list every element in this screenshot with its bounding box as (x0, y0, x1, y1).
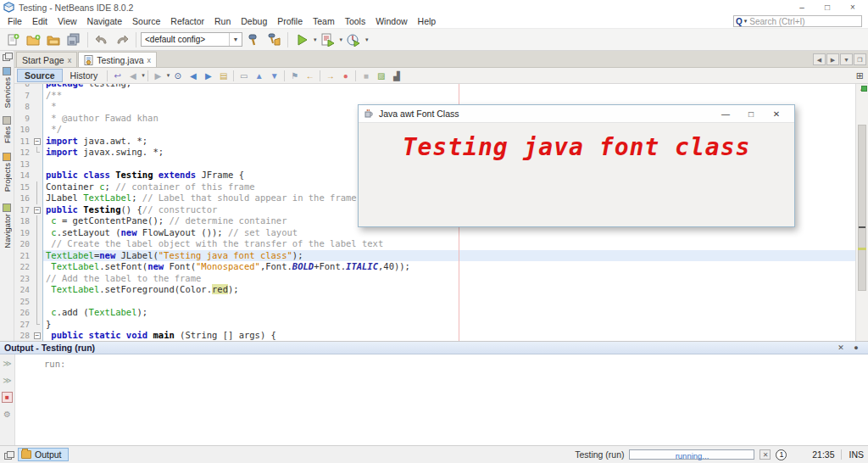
stop-macro-recording-icon[interactable]: ■ (359, 70, 373, 82)
tab-testing-java[interactable]: Testing.java x (78, 52, 157, 67)
scroll-tabs-left-icon[interactable]: ◀ (813, 53, 826, 65)
close-output-icon[interactable]: ✕ (833, 343, 849, 352)
toggle-highlight-search-icon[interactable]: ▤ (216, 70, 231, 82)
shift-line-left-icon[interactable]: ← (303, 70, 317, 82)
highlight-stripe-mark[interactable] (858, 248, 866, 250)
back-icon[interactable]: ◀ (125, 70, 140, 82)
code-line-22[interactable]: 22 TextLabel.setFont(new Font("Monospace… (14, 261, 855, 273)
tab-list-dropdown-icon[interactable]: ▼ (840, 53, 853, 65)
java-maximize-button[interactable]: □ (738, 109, 764, 119)
sidebar-tab-navigator[interactable]: Navigator (3, 204, 12, 248)
menu-run[interactable]: Run (209, 15, 236, 27)
close-button[interactable]: × (841, 3, 865, 12)
menu-profile[interactable]: Profile (272, 15, 308, 27)
scroll-tabs-right-icon[interactable]: ▶ (826, 53, 839, 65)
output-minimized-button[interactable]: Output (18, 448, 69, 461)
java-close-button[interactable]: ✕ (764, 109, 789, 119)
start-macro-recording-icon[interactable]: ● (338, 70, 353, 82)
sidebar-tab-projects[interactable]: Projects (3, 153, 12, 192)
menu-debug[interactable]: Debug (236, 15, 272, 27)
editor-scrollbar[interactable]: ▲ (855, 84, 868, 341)
history-view-button[interactable]: History (64, 70, 105, 81)
clean-build-icon[interactable] (264, 31, 283, 49)
stop-run-icon[interactable]: ■ (2, 392, 13, 403)
profile-dropdown-icon[interactable]: ▾ (365, 36, 369, 43)
java-minimize-button[interactable]: — (713, 109, 738, 119)
new-file-icon[interactable] (3, 31, 22, 49)
code-line-26[interactable]: 26 c.add (TextLabel); (14, 307, 855, 319)
undo-icon[interactable] (92, 31, 111, 49)
rectangular-selection-icon[interactable]: ▭ (236, 70, 251, 82)
toggle-bookmark-icon[interactable]: ⚑ (287, 70, 302, 82)
chevron-down-icon[interactable]: ▼ (229, 33, 242, 46)
progress-bar[interactable]: running... (629, 449, 754, 460)
shift-line-right-icon[interactable]: → (323, 70, 337, 82)
open-project-icon[interactable] (44, 31, 63, 49)
menu-navigate[interactable]: Navigate (82, 15, 127, 27)
rerun-with-different-params-icon[interactable]: ≫ (2, 375, 13, 386)
profile-project-icon[interactable] (344, 31, 363, 49)
split-window-icon[interactable]: ⊞ (856, 70, 864, 81)
code-line-23[interactable]: 23// Add the label to the frame (14, 273, 855, 285)
debug-project-icon[interactable] (319, 31, 337, 49)
java-app-window[interactable]: Java awt Font Class — □ ✕ Testing java f… (358, 104, 795, 227)
scrollbar-thumb[interactable] (858, 125, 866, 291)
fold-margin[interactable]: − (32, 204, 43, 216)
close-tab-icon[interactable]: x (147, 56, 152, 64)
menu-file[interactable]: File (3, 15, 27, 27)
previous-bookmark-icon[interactable]: ▲ (252, 70, 266, 82)
code-line-20[interactable]: 20 // Create the label object with the t… (14, 238, 855, 250)
run-dropdown-icon[interactable]: ▾ (314, 36, 317, 43)
redo-icon[interactable] (113, 31, 131, 49)
comment-icon[interactable]: ▨ (374, 70, 388, 82)
tab-start-page[interactable]: Start Page x (16, 52, 77, 67)
back-icon-dropdown[interactable]: ▾ (142, 72, 145, 79)
menu-view[interactable]: View (53, 15, 82, 27)
menu-source[interactable]: Source (127, 15, 165, 27)
sidebar-tab-files[interactable]: Files (3, 116, 12, 143)
maximize-editor-icon[interactable]: ❐ (854, 53, 866, 65)
rerun-icon[interactable]: ≫ (2, 358, 13, 369)
maximize-button[interactable]: □ (815, 3, 839, 12)
code-line-28[interactable]: 28− public static void main (String [] a… (14, 330, 855, 341)
close-tab-icon[interactable]: x (68, 56, 72, 64)
code-line-24[interactable]: 24 TextLabel.setForeground(Color.red); (14, 284, 855, 296)
cancel-progress-icon[interactable]: ✕ (760, 449, 771, 460)
search-input[interactable]: Q ▾ Search (Ctrl+I) (733, 15, 862, 27)
fold-margin[interactable]: − (32, 136, 43, 148)
menu-refactor[interactable]: Refactor (165, 15, 209, 27)
code-line-27[interactable]: 27} (14, 319, 855, 331)
window-group-icon[interactable] (4, 451, 13, 459)
fold-collapse-icon[interactable]: − (34, 332, 41, 339)
forward-icon[interactable]: ▶ (151, 70, 165, 82)
debug-dropdown-icon[interactable]: ▾ (340, 36, 343, 43)
menu-tools[interactable]: Tools (340, 15, 371, 27)
find-previous-occurrence-icon[interactable]: ◀ (186, 70, 200, 82)
menu-team[interactable]: Team (308, 15, 340, 27)
java-window-titlebar[interactable]: Java awt Font Class — □ ✕ (359, 105, 794, 123)
menu-window[interactable]: Window (370, 15, 412, 27)
output-header[interactable]: Output - Testing (run) ✕ ● (0, 342, 868, 354)
sidebar-tab-services[interactable]: Services (3, 67, 12, 108)
fold-margin[interactable]: − (32, 330, 43, 341)
find-selection-icon[interactable]: ⊙ (170, 70, 185, 82)
minimize-button[interactable]: – (790, 3, 814, 12)
code-line-25[interactable]: 25 (14, 296, 855, 308)
search-dropdown-icon[interactable]: ▾ (744, 18, 748, 25)
fold-collapse-icon[interactable]: − (34, 207, 41, 214)
menu-edit[interactable]: Edit (27, 15, 53, 27)
last-edit-position-icon[interactable]: ↩ (110, 70, 125, 82)
code-line-7[interactable]: 7/** (14, 90, 855, 102)
uncomment-icon[interactable]: ▟ (389, 70, 403, 82)
config-select[interactable]: <default config> ▼ (141, 32, 242, 47)
find-next-occurrence-icon[interactable]: ▶ (201, 70, 215, 82)
code-line-21[interactable]: 21TextLabel=new JLabel("Testing java fon… (14, 250, 855, 262)
restore-output-icon[interactable]: ● (849, 343, 864, 352)
caret-stripe-mark[interactable] (859, 226, 865, 228)
run-settings-icon[interactable]: ⚙ (2, 409, 13, 420)
fold-collapse-icon[interactable]: − (34, 138, 41, 145)
next-bookmark-icon[interactable]: ▼ (267, 70, 281, 82)
code-line-19[interactable]: 19 c.setLayout (new FlowLayout ()); // s… (14, 227, 855, 239)
notification-icon[interactable]: 1 (776, 449, 787, 460)
new-project-icon[interactable] (24, 31, 42, 49)
